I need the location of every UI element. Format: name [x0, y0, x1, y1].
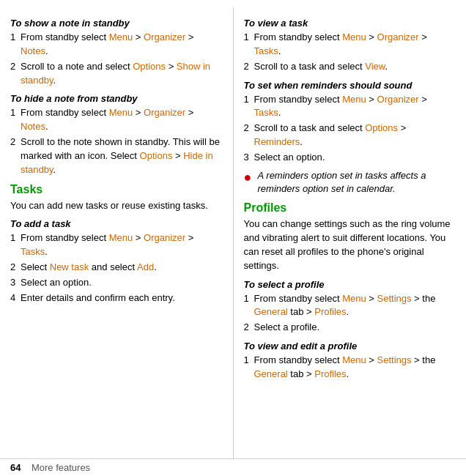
menu-link: Menu — [342, 31, 366, 42]
step-text: Select an option. — [21, 276, 92, 290]
step: 1 From standby select Menu > Organizer >… — [10, 106, 223, 134]
organizer-link: Organizer — [377, 94, 419, 105]
notes-link: Notes — [21, 45, 45, 56]
general-link: General — [254, 368, 288, 379]
right-column: To view a task 1 From standby select Men… — [234, 7, 467, 476]
left-column: To show a note in standby 1 From standby… — [0, 7, 234, 476]
profiles-link: Profiles — [314, 306, 346, 317]
step: 3 Select an option. — [10, 276, 223, 290]
step-text: From standby select Menu > Settings > th… — [254, 354, 456, 382]
step-number: 1 — [244, 31, 254, 59]
organizer-link: Organizer — [144, 31, 185, 42]
step-text: Scroll to the note shown in standby. Thi… — [21, 135, 223, 177]
step: 1 From standby select Menu > Settings > … — [244, 292, 456, 320]
step-number: 2 — [244, 60, 254, 74]
step: 2 Select a profile. — [244, 321, 456, 335]
step-number: 3 — [244, 151, 254, 165]
step: 1 From standby select Menu > Organizer >… — [244, 31, 456, 59]
hide-standby-heading: To hide a note from standby — [10, 93, 223, 104]
step-number: 2 — [244, 122, 254, 149]
new-task-link: New task — [50, 261, 89, 272]
step-number: 2 — [10, 60, 21, 88]
profiles-section-heading: Profiles — [244, 201, 456, 215]
organizer-link: Organizer — [144, 232, 185, 243]
step-text: Scroll to a note and select Options > Sh… — [21, 60, 223, 88]
organizer-link: Organizer — [144, 107, 185, 118]
step-text: Select New task and select Add. — [21, 261, 157, 275]
step: 1 From standby select Menu > Organizer >… — [10, 31, 223, 59]
step-text: From standby select Menu > Organizer > T… — [254, 31, 456, 59]
show-in-standby-link: Show in standby — [21, 61, 210, 86]
tasks-section-heading: Tasks — [10, 183, 223, 196]
step: 2 Select New task and select Add. — [10, 261, 223, 275]
step-text: From standby select Menu > Organizer > N… — [21, 31, 223, 59]
tasks-link: Tasks — [21, 246, 45, 257]
step-number: 2 — [10, 135, 21, 177]
select-profile-heading: To select a profile — [244, 279, 456, 290]
step-number: 2 — [10, 261, 21, 275]
options-link: Options — [365, 122, 398, 133]
step: 1 From standby select Menu > Settings > … — [244, 354, 456, 382]
footer: 64 More features — [0, 458, 466, 476]
step-text: Scroll to a task and select View. — [254, 60, 388, 74]
step: 3 Select an option. — [244, 151, 456, 165]
step: 1 From standby select Menu > Organizer >… — [244, 93, 456, 121]
notes-link: Notes — [21, 121, 45, 132]
tasks-link: Tasks — [254, 45, 278, 56]
page-number: 64 — [10, 462, 21, 473]
hide-in-standby-link: Hide in standby — [21, 150, 213, 175]
step-text: Scroll to a task and select Options > Re… — [254, 122, 456, 149]
menu-link: Menu — [342, 293, 366, 304]
step-number: 1 — [10, 231, 21, 259]
view-link: View — [365, 61, 385, 72]
step-number: 1 — [10, 31, 21, 59]
step: 2 Scroll to a task and select Options > … — [244, 122, 456, 149]
page: To show a note in standby 1 From standby… — [0, 0, 466, 476]
step: 1 From standby select Menu > Organizer >… — [10, 231, 223, 259]
menu-link: Menu — [109, 232, 133, 243]
step-text: From standby select Menu > Organizer > N… — [21, 106, 223, 134]
profiles-intro: You can change settings such as the ring… — [244, 217, 456, 272]
menu-link: Menu — [109, 107, 133, 118]
add-task-heading: To add a task — [10, 218, 223, 229]
step-text: Enter details and confirm each entry. — [21, 291, 175, 305]
organizer-link: Organizer — [377, 31, 419, 42]
note-block: ● A reminders option set in tasks affect… — [244, 169, 456, 196]
step: 2 Scroll to a task and select View. — [244, 60, 456, 74]
options-link: Options — [133, 61, 166, 72]
step: 4 Enter details and confirm each entry. — [10, 291, 223, 305]
reminders-link: Reminders — [254, 136, 300, 147]
tasks-link: Tasks — [254, 107, 278, 118]
step-number: 2 — [244, 321, 254, 335]
step-number: 3 — [10, 276, 21, 290]
view-task-heading: To view a task — [244, 18, 456, 29]
step-text: From standby select Menu > Organizer > T… — [21, 231, 223, 259]
options-link: Options — [140, 150, 173, 161]
step-number: 1 — [244, 354, 254, 382]
step-text: Select a profile. — [254, 321, 320, 335]
step-number: 1 — [244, 93, 254, 121]
step-number: 4 — [10, 291, 21, 305]
view-edit-profile-heading: To view and edit a profile — [244, 341, 456, 352]
menu-link: Menu — [109, 31, 133, 42]
settings-link: Settings — [377, 293, 412, 304]
step-text: From standby select Menu > Organizer > T… — [254, 93, 456, 121]
settings-link: Settings — [377, 354, 412, 365]
note-text: A reminders option set in tasks affects … — [258, 169, 456, 196]
step: 2 Scroll to the note shown in standby. T… — [10, 135, 223, 177]
add-link: Add — [137, 261, 154, 272]
general-link: General — [254, 306, 288, 317]
step-text: From standby select Menu > Settings > th… — [254, 292, 456, 320]
menu-link: Menu — [342, 354, 366, 365]
tasks-intro: You can add new tasks or reuse existing … — [10, 199, 223, 213]
note-icon: ● — [244, 169, 256, 186]
profiles-link: Profiles — [314, 368, 346, 379]
step: 2 Scroll to a note and select Options > … — [10, 60, 223, 88]
step-text: Select an option. — [254, 151, 325, 165]
menu-link: Menu — [342, 94, 366, 105]
show-standby-heading: To show a note in standby — [10, 18, 223, 29]
reminders-heading: To set when reminders should sound — [244, 80, 456, 91]
footer-label: More features — [32, 462, 90, 473]
step-number: 1 — [10, 106, 21, 134]
step-number: 1 — [244, 292, 254, 320]
